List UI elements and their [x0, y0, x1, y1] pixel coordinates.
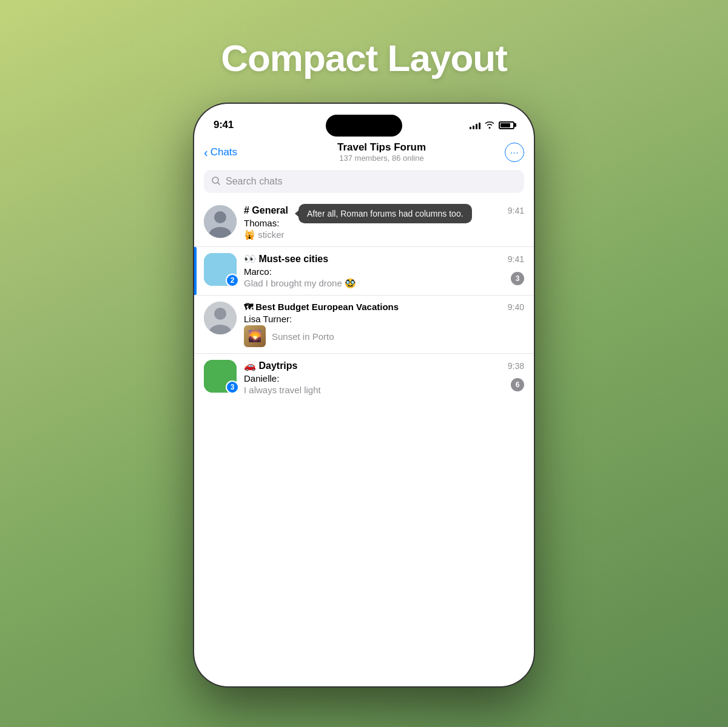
page-container: Compact Layout 9:41: [0, 0, 728, 727]
chat-preview-daytrips: I always travel light: [244, 385, 524, 395]
back-label: Chats: [211, 146, 237, 158]
dynamic-island: [326, 115, 402, 137]
chat-name-daytrips: 🚗 Daytrips: [244, 360, 297, 371]
chat-row-top-mustseecities: 👀 Must-see cities 9:41: [244, 253, 524, 265]
status-time: 9:41: [214, 119, 234, 131]
chat-name-mustseecities: 👀 Must-see cities: [244, 253, 328, 265]
nav-subtitle: 137 members, 86 online: [258, 154, 505, 163]
chat-time-daytrips: 9:38: [508, 361, 524, 371]
avatar-general: [204, 205, 237, 238]
back-chevron-icon: ‹: [204, 146, 208, 158]
signal-bar-4: [479, 123, 480, 129]
chat-preview-general: 🙀 sticker: [244, 229, 524, 240]
badge-mustseecities: 2: [226, 274, 239, 287]
chat-sender-daytrips: Danielle:: [244, 373, 524, 384]
svg-line-1: [218, 183, 220, 184]
avatar-wrap-daytrips: 🧑‍🎨 3: [204, 360, 237, 393]
nav-title: Travel Tips Forum: [258, 141, 505, 154]
nav-center: Travel Tips Forum 137 members, 86 online: [258, 141, 505, 163]
wifi-icon: [484, 120, 495, 130]
chat-time-mustseecities: 9:41: [508, 254, 524, 264]
thumbnail-sunset: 🌄: [244, 325, 266, 347]
svg-point-8: [214, 308, 226, 320]
chat-preview-mustseecities: Glad I brought my drone 🥸: [244, 278, 524, 289]
page-title: Compact Layout: [221, 36, 507, 79]
battery-fill: [500, 123, 510, 127]
avatar-budgetvacations: [204, 302, 237, 334]
chat-row-top-daytrips: 🚗 Daytrips 9:38: [244, 360, 524, 371]
chat-item-daytrips[interactable]: 🧑‍🎨 3 🚗 Daytrips 9:38 Danielle: I always…: [194, 354, 534, 401]
chat-list: # General 9:41 Thomas: 🙀 sticker After a…: [194, 199, 534, 401]
phone-screen: 9:41: [194, 104, 534, 686]
chat-content-general: # General 9:41 Thomas: 🙀 sticker After a…: [244, 205, 524, 240]
svg-point-3: [214, 211, 226, 223]
chat-content-budgetvacations: 🗺 Best Budget European Vacations 9:40 Li…: [244, 302, 524, 347]
phone-shell: 9:41: [194, 104, 534, 686]
chat-time-budgetvacations: 9:40: [508, 302, 524, 312]
search-placeholder: Search chats: [226, 176, 282, 187]
back-button[interactable]: ‹ Chats: [204, 146, 258, 158]
chat-row-top-budgetvacations: 🗺 Best Budget European Vacations 9:40: [244, 302, 524, 312]
chat-preview-budgetvacations: 🌄 Sunset in Porto: [244, 325, 524, 347]
avatar-wrap-budgetvacations: [204, 302, 237, 334]
more-button[interactable]: ···: [505, 143, 524, 162]
signal-bar-2: [473, 126, 474, 129]
chat-name-budgetvacations: 🗺 Best Budget European Vacations: [244, 302, 399, 312]
status-icons: [470, 120, 514, 130]
chat-item-budgetvacations[interactable]: 🗺 Best Budget European Vacations 9:40 Li…: [194, 296, 534, 354]
search-icon: [211, 176, 221, 188]
chat-item-mustseecities[interactable]: 🛩 2 👀 Must-see cities 9:41 Marco: Glad I…: [194, 247, 534, 296]
chat-name-general: # General: [244, 205, 288, 216]
active-indicator: [194, 247, 197, 295]
badge-daytrips: 3: [226, 380, 239, 394]
signal-bars-icon: [470, 121, 480, 129]
chat-content-daytrips: 🚗 Daytrips 9:38 Danielle: I always trave…: [244, 360, 524, 395]
avatar-wrap-mustseecities: 🛩 2: [204, 253, 237, 286]
chat-item-general[interactable]: # General 9:41 Thomas: 🙀 sticker After a…: [194, 199, 534, 247]
signal-bar-3: [476, 124, 477, 129]
signal-bar-1: [470, 127, 471, 129]
avatar-wrap-general: [204, 205, 237, 238]
battery-icon: [499, 121, 514, 129]
nav-header: ‹ Chats Travel Tips Forum 137 members, 8…: [194, 137, 534, 170]
chat-sender-mustseecities: Marco:: [244, 266, 524, 277]
chat-time-general: 9:41: [508, 206, 524, 215]
search-bar[interactable]: Search chats: [204, 170, 524, 193]
more-icon: ···: [510, 147, 519, 157]
chat-sender-budgetvacations: Lisa Turner:: [244, 314, 524, 324]
tooltip-general: After all, Roman forums had columns too.: [298, 204, 472, 223]
chat-content-mustseecities: 👀 Must-see cities 9:41 Marco: Glad I bro…: [244, 253, 524, 289]
